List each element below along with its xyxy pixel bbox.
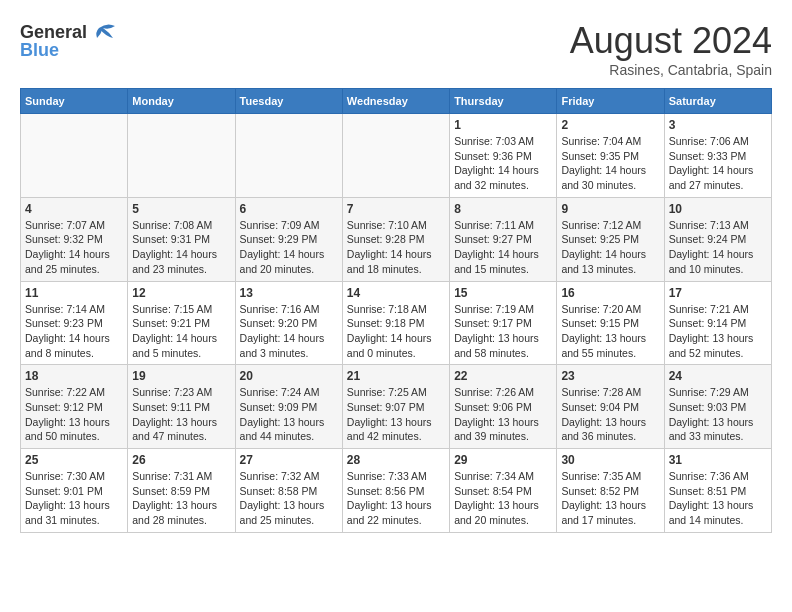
calendar-cell: 20Sunrise: 7:24 AM Sunset: 9:09 PM Dayli… (235, 365, 342, 449)
day-info: Sunrise: 7:24 AM Sunset: 9:09 PM Dayligh… (240, 385, 338, 444)
day-info: Sunrise: 7:14 AM Sunset: 9:23 PM Dayligh… (25, 302, 123, 361)
calendar-cell: 7Sunrise: 7:10 AM Sunset: 9:28 PM Daylig… (342, 197, 449, 281)
calendar-week-row: 4Sunrise: 7:07 AM Sunset: 9:32 PM Daylig… (21, 197, 772, 281)
calendar-cell: 21Sunrise: 7:25 AM Sunset: 9:07 PM Dayli… (342, 365, 449, 449)
calendar-cell (21, 114, 128, 198)
day-info: Sunrise: 7:36 AM Sunset: 8:51 PM Dayligh… (669, 469, 767, 528)
weekday-header-saturday: Saturday (664, 89, 771, 114)
day-number: 22 (454, 369, 552, 383)
day-number: 19 (132, 369, 230, 383)
header: General Blue August 2024 Rasines, Cantab… (20, 20, 772, 78)
day-info: Sunrise: 7:06 AM Sunset: 9:33 PM Dayligh… (669, 134, 767, 193)
day-info: Sunrise: 7:33 AM Sunset: 8:56 PM Dayligh… (347, 469, 445, 528)
calendar-cell: 29Sunrise: 7:34 AM Sunset: 8:54 PM Dayli… (450, 449, 557, 533)
day-number: 25 (25, 453, 123, 467)
calendar-cell: 2Sunrise: 7:04 AM Sunset: 9:35 PM Daylig… (557, 114, 664, 198)
day-number: 11 (25, 286, 123, 300)
day-number: 27 (240, 453, 338, 467)
calendar-cell: 16Sunrise: 7:20 AM Sunset: 9:15 PM Dayli… (557, 281, 664, 365)
calendar-cell (235, 114, 342, 198)
day-number: 26 (132, 453, 230, 467)
day-number: 7 (347, 202, 445, 216)
day-number: 29 (454, 453, 552, 467)
day-number: 23 (561, 369, 659, 383)
day-number: 6 (240, 202, 338, 216)
calendar-cell: 15Sunrise: 7:19 AM Sunset: 9:17 PM Dayli… (450, 281, 557, 365)
day-info: Sunrise: 7:29 AM Sunset: 9:03 PM Dayligh… (669, 385, 767, 444)
day-info: Sunrise: 7:21 AM Sunset: 9:14 PM Dayligh… (669, 302, 767, 361)
weekday-header-wednesday: Wednesday (342, 89, 449, 114)
calendar-cell: 6Sunrise: 7:09 AM Sunset: 9:29 PM Daylig… (235, 197, 342, 281)
day-info: Sunrise: 7:35 AM Sunset: 8:52 PM Dayligh… (561, 469, 659, 528)
weekday-header-thursday: Thursday (450, 89, 557, 114)
calendar-cell: 24Sunrise: 7:29 AM Sunset: 9:03 PM Dayli… (664, 365, 771, 449)
day-info: Sunrise: 7:23 AM Sunset: 9:11 PM Dayligh… (132, 385, 230, 444)
calendar-week-row: 18Sunrise: 7:22 AM Sunset: 9:12 PM Dayli… (21, 365, 772, 449)
calendar-cell: 22Sunrise: 7:26 AM Sunset: 9:06 PM Dayli… (450, 365, 557, 449)
day-number: 12 (132, 286, 230, 300)
logo: General Blue (20, 20, 117, 61)
logo-bird-icon (89, 20, 117, 44)
day-number: 10 (669, 202, 767, 216)
calendar-cell: 28Sunrise: 7:33 AM Sunset: 8:56 PM Dayli… (342, 449, 449, 533)
day-number: 1 (454, 118, 552, 132)
day-info: Sunrise: 7:28 AM Sunset: 9:04 PM Dayligh… (561, 385, 659, 444)
day-number: 17 (669, 286, 767, 300)
calendar-cell: 23Sunrise: 7:28 AM Sunset: 9:04 PM Dayli… (557, 365, 664, 449)
calendar-cell: 12Sunrise: 7:15 AM Sunset: 9:21 PM Dayli… (128, 281, 235, 365)
day-info: Sunrise: 7:30 AM Sunset: 9:01 PM Dayligh… (25, 469, 123, 528)
day-number: 30 (561, 453, 659, 467)
day-info: Sunrise: 7:34 AM Sunset: 8:54 PM Dayligh… (454, 469, 552, 528)
calendar-cell: 9Sunrise: 7:12 AM Sunset: 9:25 PM Daylig… (557, 197, 664, 281)
calendar-cell: 11Sunrise: 7:14 AM Sunset: 9:23 PM Dayli… (21, 281, 128, 365)
calendar-cell: 8Sunrise: 7:11 AM Sunset: 9:27 PM Daylig… (450, 197, 557, 281)
day-info: Sunrise: 7:32 AM Sunset: 8:58 PM Dayligh… (240, 469, 338, 528)
day-info: Sunrise: 7:04 AM Sunset: 9:35 PM Dayligh… (561, 134, 659, 193)
calendar-cell: 1Sunrise: 7:03 AM Sunset: 9:36 PM Daylig… (450, 114, 557, 198)
day-info: Sunrise: 7:08 AM Sunset: 9:31 PM Dayligh… (132, 218, 230, 277)
weekday-header-friday: Friday (557, 89, 664, 114)
calendar-cell: 25Sunrise: 7:30 AM Sunset: 9:01 PM Dayli… (21, 449, 128, 533)
day-number: 28 (347, 453, 445, 467)
day-number: 20 (240, 369, 338, 383)
day-info: Sunrise: 7:03 AM Sunset: 9:36 PM Dayligh… (454, 134, 552, 193)
day-info: Sunrise: 7:25 AM Sunset: 9:07 PM Dayligh… (347, 385, 445, 444)
calendar-cell: 17Sunrise: 7:21 AM Sunset: 9:14 PM Dayli… (664, 281, 771, 365)
calendar-cell: 13Sunrise: 7:16 AM Sunset: 9:20 PM Dayli… (235, 281, 342, 365)
day-number: 8 (454, 202, 552, 216)
calendar-cell: 5Sunrise: 7:08 AM Sunset: 9:31 PM Daylig… (128, 197, 235, 281)
location-subtitle: Rasines, Cantabria, Spain (570, 62, 772, 78)
day-info: Sunrise: 7:20 AM Sunset: 9:15 PM Dayligh… (561, 302, 659, 361)
day-number: 2 (561, 118, 659, 132)
day-number: 31 (669, 453, 767, 467)
month-year-title: August 2024 (570, 20, 772, 62)
day-info: Sunrise: 7:07 AM Sunset: 9:32 PM Dayligh… (25, 218, 123, 277)
day-info: Sunrise: 7:16 AM Sunset: 9:20 PM Dayligh… (240, 302, 338, 361)
calendar-cell: 27Sunrise: 7:32 AM Sunset: 8:58 PM Dayli… (235, 449, 342, 533)
day-info: Sunrise: 7:31 AM Sunset: 8:59 PM Dayligh… (132, 469, 230, 528)
day-number: 16 (561, 286, 659, 300)
day-number: 4 (25, 202, 123, 216)
day-number: 13 (240, 286, 338, 300)
calendar-cell (342, 114, 449, 198)
calendar-table: SundayMondayTuesdayWednesdayThursdayFrid… (20, 88, 772, 533)
day-number: 5 (132, 202, 230, 216)
day-info: Sunrise: 7:19 AM Sunset: 9:17 PM Dayligh… (454, 302, 552, 361)
day-info: Sunrise: 7:18 AM Sunset: 9:18 PM Dayligh… (347, 302, 445, 361)
calendar-cell: 19Sunrise: 7:23 AM Sunset: 9:11 PM Dayli… (128, 365, 235, 449)
title-area: August 2024 Rasines, Cantabria, Spain (570, 20, 772, 78)
calendar-header-row: SundayMondayTuesdayWednesdayThursdayFrid… (21, 89, 772, 114)
day-info: Sunrise: 7:12 AM Sunset: 9:25 PM Dayligh… (561, 218, 659, 277)
day-number: 15 (454, 286, 552, 300)
weekday-header-sunday: Sunday (21, 89, 128, 114)
day-info: Sunrise: 7:09 AM Sunset: 9:29 PM Dayligh… (240, 218, 338, 277)
logo-blue: Blue (20, 40, 59, 61)
calendar-cell (128, 114, 235, 198)
day-info: Sunrise: 7:11 AM Sunset: 9:27 PM Dayligh… (454, 218, 552, 277)
calendar-week-row: 1Sunrise: 7:03 AM Sunset: 9:36 PM Daylig… (21, 114, 772, 198)
calendar-cell: 14Sunrise: 7:18 AM Sunset: 9:18 PM Dayli… (342, 281, 449, 365)
weekday-header-monday: Monday (128, 89, 235, 114)
day-info: Sunrise: 7:13 AM Sunset: 9:24 PM Dayligh… (669, 218, 767, 277)
day-info: Sunrise: 7:22 AM Sunset: 9:12 PM Dayligh… (25, 385, 123, 444)
calendar-week-row: 11Sunrise: 7:14 AM Sunset: 9:23 PM Dayli… (21, 281, 772, 365)
